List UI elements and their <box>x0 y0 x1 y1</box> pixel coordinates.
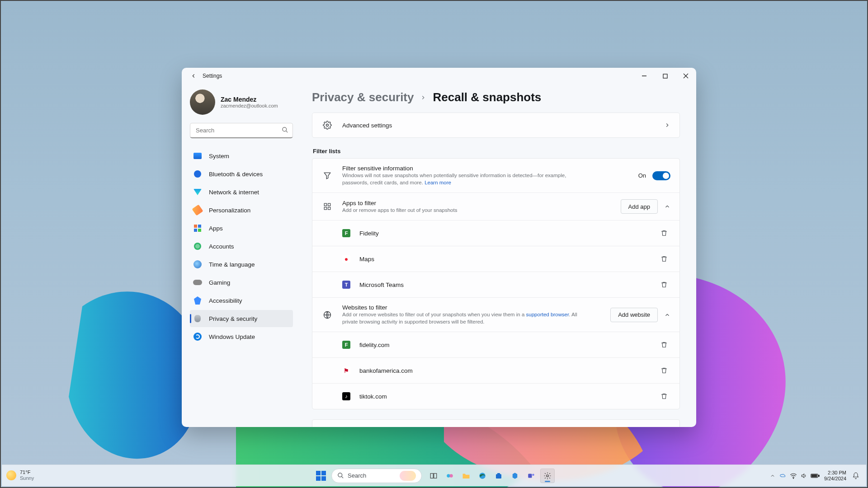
battery-tray-icon <box>811 473 820 479</box>
svg-rect-1 <box>663 74 667 78</box>
wifi-icon <box>193 189 202 195</box>
delete-site-button[interactable] <box>658 390 670 403</box>
notifications-button[interactable] <box>851 471 861 481</box>
sidebar-item-update[interactable]: Windows Update <box>190 328 293 345</box>
sidebar-item-time[interactable]: Time & language <box>190 256 293 273</box>
start-button[interactable] <box>313 468 329 483</box>
settings-taskbar-button[interactable] <box>540 469 555 483</box>
taskbar-search[interactable]: Search <box>331 469 422 483</box>
edge-button[interactable] <box>475 469 490 483</box>
sidebar-item-accessibility[interactable]: Accessibility <box>190 292 293 309</box>
avatar <box>190 89 215 115</box>
fidelity-site-icon: F <box>342 341 350 349</box>
search-input[interactable] <box>190 123 293 138</box>
svg-rect-8 <box>328 203 330 206</box>
search-icon <box>337 472 344 479</box>
svg-rect-20 <box>497 473 500 474</box>
supported-browser-link[interactable]: supported browser <box>526 312 569 317</box>
apps-filter-title: Apps to filter <box>342 200 457 206</box>
teams-button[interactable] <box>524 469 538 483</box>
sidebar-item-personalization[interactable]: Personalization <box>190 202 293 219</box>
store-button[interactable] <box>491 469 506 483</box>
wifi-tray-icon <box>790 473 797 479</box>
person-icon <box>194 243 201 250</box>
gear-icon <box>321 119 333 131</box>
sidebar-item-label: Apps <box>209 225 223 232</box>
filter-sensitive-row: Filter sensitive information Windows wil… <box>312 159 679 192</box>
copilot-button[interactable] <box>443 469 457 483</box>
sidebar-item-label: Time & language <box>209 261 255 268</box>
chevron-up-icon <box>664 203 670 210</box>
accessibility-icon <box>194 296 201 305</box>
desktop: Settings Zac Mendez zacmendez@outlook.co… <box>0 0 868 488</box>
clock[interactable]: 2:30 PM 9/24/2024 <box>824 470 846 481</box>
explorer-button[interactable] <box>459 469 473 483</box>
shield-icon <box>194 315 201 322</box>
weather-widget[interactable]: 71°F Sunny <box>6 470 34 481</box>
delete-app-button[interactable] <box>658 253 670 265</box>
m365-button[interactable] <box>508 469 522 483</box>
sidebar-item-gaming[interactable]: Gaming <box>190 274 293 291</box>
page-title: Recall & snapshots <box>433 90 541 104</box>
profile-email: zacmendez@outlook.com <box>221 103 278 108</box>
delete-app-button[interactable] <box>658 278 670 291</box>
sidebar-item-apps[interactable]: Apps <box>190 220 293 237</box>
clock-time: 2:30 PM <box>824 470 846 476</box>
add-app-button[interactable]: Add app <box>621 199 658 214</box>
advanced-settings-label: Advanced settings <box>342 122 392 129</box>
apps-to-filter-row[interactable]: Apps to filter Add or remove apps to fil… <box>312 192 679 220</box>
sidebar-item-bluetooth[interactable]: Bluetooth & devices <box>190 165 293 183</box>
learn-more-link[interactable]: Learn more <box>425 180 451 185</box>
app-item-teams: T Microsoft Teams <box>312 272 679 297</box>
weather-cond: Sunny <box>20 475 34 481</box>
task-view-button[interactable] <box>426 469 441 483</box>
chevron-right-icon <box>420 94 426 101</box>
app-item-label: Fidelity <box>359 230 379 237</box>
maximize-button[interactable] <box>655 68 675 84</box>
search-icon <box>282 127 288 133</box>
minimize-button[interactable] <box>634 68 655 84</box>
weather-temp: 71°F <box>20 470 34 475</box>
sidebar-item-label: Accounts <box>209 243 234 250</box>
globe-icon <box>321 309 333 321</box>
delete-app-button[interactable] <box>658 227 670 239</box>
delete-site-button[interactable] <box>658 364 670 377</box>
close-button[interactable] <box>675 68 696 84</box>
maps-app-icon: ● <box>342 255 350 263</box>
toggle-state-label: On <box>638 172 646 179</box>
sidebar-item-accounts[interactable]: Accounts <box>190 238 293 255</box>
websites-to-filter-row[interactable]: Websites to filter Add or remove website… <box>312 297 679 332</box>
bankofamerica-site-icon: ⚑ <box>342 366 350 375</box>
svg-point-23 <box>547 474 549 477</box>
svg-rect-26 <box>818 475 819 476</box>
sidebar-item-privacy[interactable]: Privacy & security <box>190 310 293 327</box>
site-item-label: bankofamerica.com <box>359 367 413 374</box>
onedrive-tray-icon <box>780 473 786 479</box>
main-content[interactable]: Privacy & security Recall & snapshots Ad… <box>299 84 696 427</box>
tray-overflow-button[interactable] <box>770 473 775 479</box>
svg-rect-7 <box>324 203 326 206</box>
delete-site-button[interactable] <box>658 338 670 351</box>
sidebar-item-network[interactable]: Network & internet <box>190 183 293 201</box>
fidelity-app-icon: F <box>342 229 350 237</box>
advanced-settings-card[interactable]: Advanced settings <box>312 113 680 138</box>
svg-rect-21 <box>528 474 532 478</box>
svg-point-24 <box>793 478 794 479</box>
breadcrumb-parent[interactable]: Privacy & security <box>312 90 414 104</box>
sidebar: Zac Mendez zacmendez@outlook.com System … <box>182 84 299 427</box>
site-item-bankofamerica: ⚑ bankofamerica.com <box>312 357 679 383</box>
taskbar: 71°F Sunny Search <box>2 465 866 486</box>
app-item-fidelity: F Fidelity <box>312 220 679 246</box>
svg-rect-19 <box>496 474 501 479</box>
add-website-button[interactable]: Add website <box>610 308 658 322</box>
privacy-resources-card[interactable]: Privacy resources <box>312 419 680 427</box>
profile[interactable]: Zac Mendez zacmendez@outlook.com <box>190 87 293 123</box>
back-button[interactable] <box>187 70 200 82</box>
apps-icon <box>194 225 201 232</box>
filter-sensitive-toggle[interactable] <box>652 171 670 180</box>
sidebar-item-label: Bluetooth & devices <box>209 171 263 178</box>
svg-point-6 <box>326 124 329 127</box>
system-tray[interactable] <box>780 473 820 479</box>
brush-icon <box>192 204 203 216</box>
sidebar-item-system[interactable]: System <box>190 147 293 164</box>
